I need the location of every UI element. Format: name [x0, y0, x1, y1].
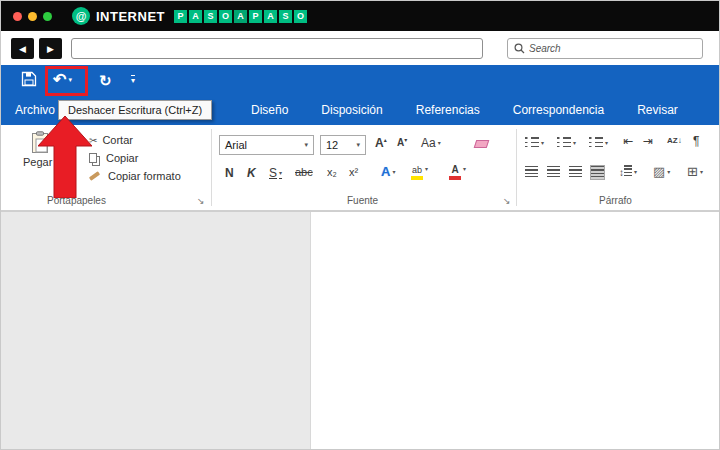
align-center-icon	[547, 166, 560, 177]
justify-button[interactable]	[591, 166, 604, 179]
ribbon-content: Pegar▾ ✂ Cortar Copiar Copiar formato Po…	[1, 125, 719, 211]
tab-disposicion[interactable]: Disposición	[321, 103, 382, 117]
close-window-button[interactable]	[13, 12, 22, 21]
annotation-arrow-icon	[38, 116, 92, 198]
format-painter-button[interactable]: Copiar formato	[89, 170, 181, 182]
increase-indent-button[interactable]: ⇥	[643, 135, 653, 147]
ribbon-tabs: Diseño Disposición Referencias Correspon…	[251, 103, 678, 117]
cut-label: Cortar	[102, 134, 133, 146]
copy-button[interactable]: Copiar	[89, 152, 181, 164]
tab-revisar[interactable]: Revisar	[637, 103, 678, 117]
maximize-window-button[interactable]	[43, 12, 52, 21]
minimize-window-button[interactable]	[28, 12, 37, 21]
font-color-button[interactable]: A▾	[449, 163, 466, 180]
multilevel-list-button[interactable]: ▾	[589, 136, 608, 149]
underline-button[interactable]: S▾	[269, 167, 282, 179]
superscript-button[interactable]: x²	[349, 167, 358, 178]
numbered-list-icon	[557, 136, 571, 147]
address-bar-input[interactable]	[71, 38, 483, 59]
back-button[interactable]: ◀	[11, 38, 34, 59]
underline-label: S	[269, 166, 277, 180]
font-color-caret-icon: ▾	[463, 166, 466, 172]
font-size-combo[interactable]: 12 ▾	[320, 135, 366, 155]
strikethrough-button[interactable]: abc	[295, 167, 313, 178]
app-background	[1, 211, 719, 450]
save-icon	[21, 71, 37, 87]
font-group-label: Fuente	[347, 195, 378, 206]
align-right-icon	[569, 166, 582, 177]
redo-button[interactable]: ↻	[99, 72, 112, 90]
group-separator	[516, 129, 517, 206]
numbered-list-caret-icon: ▾	[573, 140, 576, 146]
font-family-value: Arial	[225, 139, 247, 151]
text-effects-icon: A	[381, 164, 390, 179]
numbered-list-button[interactable]: ▾	[557, 136, 576, 149]
highlight-color-swatch	[411, 176, 423, 180]
eraser-icon	[474, 140, 490, 148]
show-paragraph-marks-button[interactable]: ¶	[693, 135, 699, 147]
font-family-combo[interactable]: Arial ▾	[219, 135, 314, 155]
borders-caret-icon: ▾	[700, 169, 703, 175]
line-spacing-caret-icon: ▾	[634, 169, 637, 175]
highlight-color-button[interactable]: ab▾	[411, 163, 428, 180]
back-icon: ◀	[19, 44, 26, 54]
align-right-button[interactable]	[569, 166, 582, 179]
sort-button[interactable]: AZ↓	[667, 137, 682, 145]
customize-quick-access-button[interactable]: ▾	[131, 75, 135, 85]
bold-button[interactable]: N	[225, 167, 234, 179]
line-spacing-button[interactable]: ↕▾	[619, 165, 637, 178]
cut-button[interactable]: ✂ Cortar	[89, 134, 181, 146]
forward-button[interactable]: ▶	[39, 38, 62, 59]
search-input[interactable]	[529, 43, 696, 54]
bullet-list-icon	[525, 136, 539, 147]
font-dialog-launcher[interactable]: ↘	[503, 196, 511, 206]
align-left-icon	[525, 166, 538, 177]
window-frame: @ INTERNET P A S O A P A S O ◀ ▶	[0, 0, 720, 450]
multilevel-list-caret-icon: ▾	[605, 140, 608, 146]
font-color-label: A	[451, 165, 458, 175]
align-left-button[interactable]	[525, 166, 538, 179]
search-box[interactable]	[507, 38, 703, 59]
browser-toolbar: ◀ ▶	[1, 31, 719, 65]
align-center-button[interactable]	[547, 166, 560, 179]
clipboard-small-buttons: ✂ Cortar Copiar Copiar formato	[89, 134, 181, 182]
font-size-value: 12	[326, 139, 338, 151]
brand-tile: P	[249, 10, 262, 23]
highlight-caret-icon: ▾	[425, 166, 428, 172]
brand-tile: A	[189, 10, 202, 23]
format-painter-label: Copiar formato	[108, 170, 181, 182]
subscript-button[interactable]: x₂	[327, 167, 337, 178]
annotation-arrow	[38, 116, 92, 198]
borders-button[interactable]: ⊞▾	[687, 165, 703, 178]
search-icon	[514, 43, 525, 54]
shading-button[interactable]: ▨▾	[653, 165, 670, 178]
undo-highlight-box	[45, 66, 88, 96]
save-button[interactable]	[21, 71, 37, 91]
bullet-list-caret-icon: ▾	[541, 140, 544, 146]
brand-tile: A	[234, 10, 247, 23]
bullet-list-button[interactable]: ▾	[525, 136, 544, 149]
shrink-font-button[interactable]: A▾	[397, 137, 407, 148]
multilevel-list-icon	[589, 136, 603, 147]
text-effects-button[interactable]: A▾	[381, 165, 395, 178]
brand-tile: A	[264, 10, 277, 23]
brand-tile: S	[279, 10, 292, 23]
grow-font-button[interactable]: A▴	[375, 137, 387, 149]
font-color-swatch	[449, 176, 461, 180]
tab-archivo[interactable]: Archivo	[15, 103, 55, 117]
line-spacing-bars-icon	[624, 165, 632, 176]
decrease-indent-button[interactable]: ⇤	[623, 135, 633, 147]
italic-button[interactable]: K	[247, 167, 256, 179]
clear-formatting-button[interactable]	[475, 138, 488, 150]
change-case-label: Aa	[421, 136, 436, 150]
change-case-button[interactable]: Aa▾	[421, 137, 441, 149]
document-page[interactable]	[311, 212, 720, 450]
group-separator	[211, 129, 212, 206]
tab-correspondencia[interactable]: Correspondencia	[513, 103, 604, 117]
text-effects-caret-icon: ▾	[392, 169, 395, 175]
forward-icon: ▶	[47, 44, 54, 54]
tab-referencias[interactable]: Referencias	[416, 103, 480, 117]
tab-diseno[interactable]: Diseño	[251, 103, 288, 117]
clipboard-dialog-launcher[interactable]: ↘	[197, 196, 205, 206]
highlight-label: ab	[412, 166, 422, 175]
